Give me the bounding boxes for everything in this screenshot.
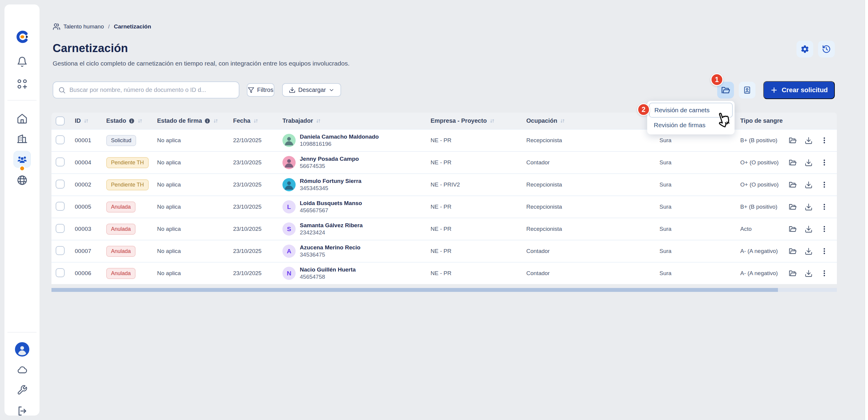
company-project: NE - PR <box>426 248 522 254</box>
download-icon[interactable] <box>805 181 813 189</box>
row-checkbox[interactable] <box>56 246 65 255</box>
download-icon[interactable] <box>805 247 813 256</box>
table-row: 00004 Pendiente TH No aplica 23/10/2025 … <box>52 151 837 173</box>
create-request-button[interactable]: Crear solicitud <box>763 81 835 99</box>
open-folder-icon[interactable] <box>788 225 797 233</box>
column-tipo-sangre[interactable]: Tipo de sangre <box>736 117 785 124</box>
download-icon[interactable] <box>805 137 813 145</box>
breadcrumb-section[interactable]: Talento humano <box>63 23 104 30</box>
breadcrumb-current: Carnetización <box>114 23 151 30</box>
globe-icon[interactable] <box>17 175 28 186</box>
settings-button[interactable] <box>797 41 813 58</box>
worker-name[interactable]: Azucena Merino Recio <box>300 244 361 251</box>
cloud-icon[interactable] <box>17 364 28 376</box>
row-checkbox[interactable] <box>56 268 65 277</box>
sidebar-item-talento-humano[interactable] <box>13 151 31 168</box>
column-estado[interactable]: Estado <box>102 117 153 124</box>
arl-provider: Sura <box>655 204 736 210</box>
worker-name[interactable]: Daniela Camacho Maldonado <box>300 133 379 141</box>
sort-icon[interactable] <box>315 118 321 124</box>
worker-cell: Jenny Posada Campo 56674535 <box>278 155 426 170</box>
mouse-cursor-hand <box>714 107 734 129</box>
sort-icon[interactable] <box>560 118 565 124</box>
kebab-menu-icon[interactable] <box>820 159 828 167</box>
kebab-menu-icon[interactable] <box>820 225 828 233</box>
worker-name[interactable]: Jenny Posada Campo <box>300 155 359 162</box>
open-folder-icon[interactable] <box>788 136 797 145</box>
open-folder-icon[interactable] <box>788 203 797 211</box>
column-trabajador[interactable]: Trabajador <box>278 117 426 124</box>
step-badge-1: 1 <box>711 73 723 86</box>
company-project: NE - PRIV2 <box>426 181 522 188</box>
download-icon[interactable] <box>805 159 813 167</box>
kebab-menu-icon[interactable] <box>820 203 828 211</box>
filters-button[interactable]: Filtros <box>247 83 274 97</box>
download-button[interactable]: Descargar <box>282 83 341 97</box>
sort-icon[interactable] <box>489 118 495 124</box>
page-subtitle: Gestiona el ciclo completo de carnetizac… <box>53 60 349 67</box>
signature-status: No aplica <box>153 181 229 188</box>
column-id[interactable]: ID <box>71 117 102 124</box>
download-icon[interactable] <box>805 269 813 277</box>
select-all-checkbox[interactable] <box>56 116 65 125</box>
scrollbar-thumb[interactable] <box>52 288 778 292</box>
id-card-button[interactable] <box>739 82 755 98</box>
sort-icon[interactable] <box>213 118 219 124</box>
download-icon[interactable] <box>805 203 813 211</box>
row-checkbox[interactable] <box>56 180 65 189</box>
info-icon[interactable] <box>129 118 135 124</box>
breadcrumb-users-icon <box>53 23 60 31</box>
info-icon[interactable] <box>204 118 210 124</box>
funnel-icon <box>248 87 254 93</box>
filters-label: Filtros <box>257 87 273 93</box>
open-folder-icon[interactable] <box>788 181 797 189</box>
sort-icon[interactable] <box>253 118 259 124</box>
blood-type: B+ (B positivo) <box>736 204 785 210</box>
logout-icon[interactable] <box>17 406 28 416</box>
row-checkbox[interactable] <box>56 157 65 167</box>
column-empresa[interactable]: Empresa - Proyecto <box>426 117 522 124</box>
user-avatar[interactable] <box>15 342 29 357</box>
apps-grid-icon[interactable] <box>17 79 28 90</box>
history-button[interactable] <box>818 41 835 58</box>
row-checkbox[interactable] <box>56 202 65 211</box>
occupation: Contador <box>522 270 655 277</box>
worker-name[interactable]: Nacio Guillén Huerta <box>300 266 356 273</box>
worker-name[interactable]: Samanta Gálvez Ribera <box>300 222 363 229</box>
sort-icon[interactable] <box>137 118 143 124</box>
open-folder-icon[interactable] <box>788 158 797 167</box>
notifications-bell-icon[interactable] <box>17 56 28 67</box>
sort-icon[interactable] <box>83 118 89 124</box>
download-icon[interactable] <box>805 225 813 233</box>
occupation: Contador <box>522 248 655 254</box>
table-horizontal-scrollbar[interactable] <box>52 288 837 292</box>
column-fecha[interactable]: Fecha <box>229 117 278 124</box>
requests-table: ID Estado Estado de firma Fecha Trabajad… <box>52 113 837 284</box>
worker-document: 45654758 <box>300 273 356 280</box>
kebab-menu-icon[interactable] <box>820 247 828 255</box>
row-id: 00003 <box>71 226 102 232</box>
row-checkbox[interactable] <box>56 135 65 144</box>
wrench-icon[interactable] <box>17 385 28 395</box>
worker-name[interactable]: Loida Busquets Manso <box>300 200 362 207</box>
open-folder-icon[interactable] <box>788 247 797 256</box>
kebab-menu-icon[interactable] <box>820 137 828 144</box>
worker-cell: S Samanta Gálvez Ribera 23423424 <box>278 222 426 236</box>
open-folder-icon[interactable] <box>788 269 797 277</box>
row-date: 23/10/2025 <box>229 226 278 232</box>
table-row: 00005 Anulada No aplica 23/10/2025 L Loi… <box>52 196 837 218</box>
column-ocupacion[interactable]: Ocupación <box>522 117 655 124</box>
blood-type: Acto <box>736 226 785 232</box>
worker-name[interactable]: Rómulo Fortuny Sierra <box>300 178 362 185</box>
search-input[interactable] <box>69 87 234 93</box>
company-building-icon[interactable] <box>17 132 28 144</box>
row-checkbox[interactable] <box>56 224 65 233</box>
home-icon[interactable] <box>17 113 28 124</box>
browser-scrollbar-strip[interactable] <box>865 0 868 420</box>
arl-provider: Sura <box>655 270 736 277</box>
column-estado-firma[interactable]: Estado de firma <box>153 117 229 124</box>
row-actions <box>785 158 837 167</box>
kebab-menu-icon[interactable] <box>820 269 828 277</box>
kebab-menu-icon[interactable] <box>820 181 828 189</box>
signature-status: No aplica <box>153 159 229 166</box>
